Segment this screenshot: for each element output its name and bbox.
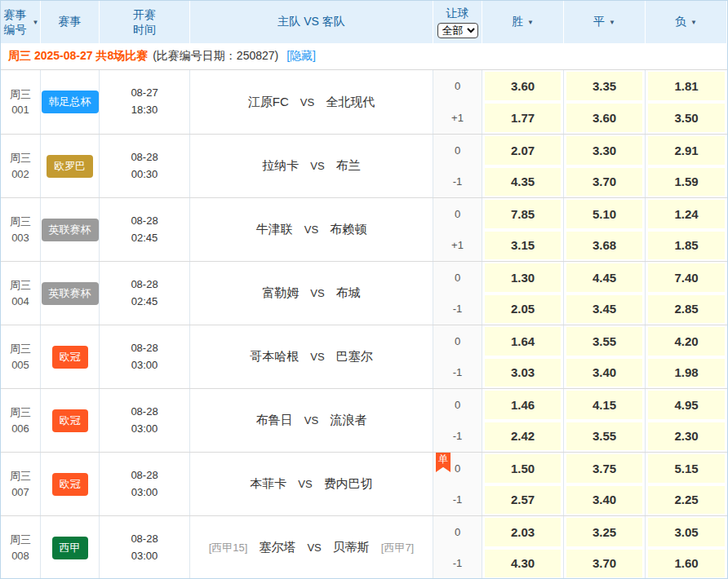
odds-draw-top[interactable]: 3.35 bbox=[566, 72, 642, 100]
odds-win-bottom[interactable]: 2.05 bbox=[485, 295, 561, 324]
odds-win-top[interactable]: 2.03 bbox=[485, 518, 561, 546]
header-win-label: 胜 bbox=[512, 15, 523, 29]
match-number: 008 bbox=[11, 548, 29, 564]
league-badge[interactable]: 英联赛杯 bbox=[42, 282, 99, 305]
odds-lose-top[interactable]: 4.95 bbox=[648, 391, 725, 419]
match-rows: 周三 001 韩足总杯 08-27 18:30 江原FC VS 全北现代 0 +… bbox=[1, 70, 727, 579]
odds-lose-top[interactable]: 1.81 bbox=[648, 72, 725, 100]
odds-win-bottom[interactable]: 2.57 bbox=[485, 486, 561, 515]
match-time: 00:30 bbox=[131, 166, 158, 183]
odds-draw-bottom[interactable]: 3.40 bbox=[566, 359, 642, 387]
match-id-cell: 周三 007 bbox=[1, 453, 41, 515]
away-rank-note: [西甲7] bbox=[381, 541, 414, 555]
odds-win-bottom[interactable]: 3.15 bbox=[485, 232, 561, 260]
odds-draw-top[interactable]: 5.10 bbox=[566, 200, 642, 228]
odds-win-top[interactable]: 7.85 bbox=[485, 200, 561, 228]
league-badge[interactable]: 韩足总杯 bbox=[42, 91, 99, 113]
odds-draw-bottom[interactable]: 3.45 bbox=[566, 295, 642, 324]
odds-lose-bottom[interactable]: 1.85 bbox=[648, 232, 725, 260]
odds-lose-bottom[interactable]: 2.25 bbox=[648, 486, 725, 515]
handicap-value-bottom: -1 bbox=[433, 484, 482, 516]
match-id-cell: 周三 003 bbox=[1, 198, 41, 261]
odds-lose-bottom[interactable]: 2.85 bbox=[648, 295, 725, 324]
away-team: 布兰 bbox=[336, 158, 361, 174]
header-draw: 平 ▼ bbox=[564, 1, 646, 43]
teams-cell[interactable]: 哥本哈根 VS 巴塞尔 bbox=[190, 325, 433, 388]
odds-win-bottom[interactable]: 3.03 bbox=[485, 359, 561, 387]
teams-cell[interactable]: 拉纳卡 VS 布兰 bbox=[190, 135, 433, 197]
win-filter-caret-icon[interactable]: ▼ bbox=[527, 19, 534, 26]
league-badge[interactable]: 欧冠 bbox=[52, 473, 88, 496]
odds-win-bottom[interactable]: 2.42 bbox=[485, 422, 561, 451]
odds-win-bottom[interactable]: 4.35 bbox=[485, 168, 561, 197]
match-id-cell: 周三 001 bbox=[1, 70, 41, 134]
handicap-value-top: 0 bbox=[433, 198, 482, 230]
match-number: 005 bbox=[11, 357, 29, 373]
match-weekday: 周三 bbox=[10, 214, 31, 230]
odds-win-bottom[interactable]: 1.77 bbox=[485, 104, 561, 132]
odds-draw-top[interactable]: 3.75 bbox=[566, 454, 642, 483]
league-badge[interactable]: 西甲 bbox=[52, 537, 88, 559]
away-team: 布城 bbox=[336, 285, 361, 301]
odds-win-top[interactable]: 1.64 bbox=[485, 327, 561, 356]
odds-lose-bottom[interactable]: 3.50 bbox=[648, 104, 725, 132]
odds-lose-top[interactable]: 3.05 bbox=[648, 518, 725, 546]
odds-draw-bottom[interactable]: 3.55 bbox=[566, 422, 642, 451]
header-time-label: 开赛时间 bbox=[131, 7, 158, 37]
odds-win-bottom[interactable]: 4.30 bbox=[485, 550, 561, 578]
odds-draw-bottom[interactable]: 3.40 bbox=[566, 486, 642, 515]
odds-lose-top[interactable]: 4.20 bbox=[648, 327, 725, 356]
odds-win-top[interactable]: 1.50 bbox=[485, 454, 561, 483]
match-date: 08-28 bbox=[131, 467, 158, 484]
handicap-value-top: 0 bbox=[433, 135, 482, 166]
teams-cell[interactable]: [西甲15] 塞尔塔 VS 贝蒂斯 [西甲7] bbox=[190, 516, 433, 579]
odds-draw-top[interactable]: 4.15 bbox=[566, 391, 642, 419]
away-team: 费内巴切 bbox=[324, 476, 373, 492]
odds-draw-bottom[interactable]: 3.70 bbox=[566, 550, 642, 578]
league-badge[interactable]: 欧罗巴 bbox=[47, 155, 93, 178]
teams-cell[interactable]: 本菲卡 VS 费内巴切 bbox=[190, 453, 433, 515]
odds-draw-top[interactable]: 3.55 bbox=[566, 327, 642, 356]
odds-lose-bottom[interactable]: 1.59 bbox=[648, 168, 725, 197]
odds-lose-top[interactable]: 2.91 bbox=[648, 136, 725, 165]
lose-filter-caret-icon[interactable]: ▼ bbox=[690, 19, 697, 26]
odds-draw-top[interactable]: 3.30 bbox=[566, 136, 642, 165]
header-lose-label: 负 bbox=[675, 15, 686, 29]
league-badge[interactable]: 欧冠 bbox=[52, 346, 88, 369]
match-date: 08-28 bbox=[131, 149, 158, 166]
sort-caret-icon[interactable]: ▼ bbox=[33, 19, 39, 26]
teams-cell[interactable]: 布鲁日 VS 流浪者 bbox=[190, 389, 433, 452]
time-cell: 08-28 03:00 bbox=[100, 325, 190, 388]
vs-label: VS bbox=[304, 414, 318, 427]
league-badge[interactable]: 英联赛杯 bbox=[42, 219, 99, 241]
lose-odds-column: 3.05 1.60 bbox=[646, 516, 727, 579]
odds-win-top[interactable]: 2.07 bbox=[485, 136, 561, 165]
hide-link[interactable]: [隐藏] bbox=[286, 49, 316, 64]
odds-lose-bottom[interactable]: 1.98 bbox=[648, 359, 725, 387]
odds-draw-bottom[interactable]: 3.60 bbox=[566, 104, 642, 132]
time-cell: 08-28 02:45 bbox=[100, 198, 190, 261]
draw-filter-caret-icon[interactable]: ▼ bbox=[609, 19, 615, 26]
odds-lose-top[interactable]: 7.40 bbox=[648, 263, 725, 292]
odds-win-top[interactable]: 3.60 bbox=[485, 72, 561, 100]
odds-lose-bottom[interactable]: 1.60 bbox=[648, 550, 725, 578]
win-odds-column: 2.03 4.30 bbox=[482, 516, 564, 579]
odds-draw-top[interactable]: 3.25 bbox=[566, 518, 642, 546]
odds-draw-bottom[interactable]: 3.70 bbox=[566, 168, 642, 197]
away-team: 流浪者 bbox=[330, 413, 366, 428]
teams-cell[interactable]: 富勒姆 VS 布城 bbox=[190, 262, 433, 325]
odds-draw-bottom[interactable]: 3.68 bbox=[566, 232, 642, 260]
odds-lose-top[interactable]: 5.15 bbox=[648, 454, 725, 483]
teams-cell[interactable]: 牛津联 VS 布赖顿 bbox=[190, 198, 433, 261]
league-cell: 欧罗巴 bbox=[41, 135, 100, 197]
match-row: 周三 001 韩足总杯 08-27 18:30 江原FC VS 全北现代 0 +… bbox=[1, 70, 727, 134]
odds-win-top[interactable]: 1.46 bbox=[485, 391, 561, 419]
odds-lose-bottom[interactable]: 2.30 bbox=[648, 422, 725, 451]
league-badge[interactable]: 欧冠 bbox=[52, 409, 88, 432]
odds-lose-top[interactable]: 1.24 bbox=[648, 200, 725, 228]
vs-label: VS bbox=[310, 351, 324, 363]
odds-win-top[interactable]: 1.30 bbox=[485, 263, 561, 292]
handicap-filter-select[interactable]: 全部 bbox=[437, 23, 478, 38]
odds-draw-top[interactable]: 4.45 bbox=[566, 263, 642, 292]
teams-cell[interactable]: 江原FC VS 全北现代 bbox=[190, 70, 433, 134]
